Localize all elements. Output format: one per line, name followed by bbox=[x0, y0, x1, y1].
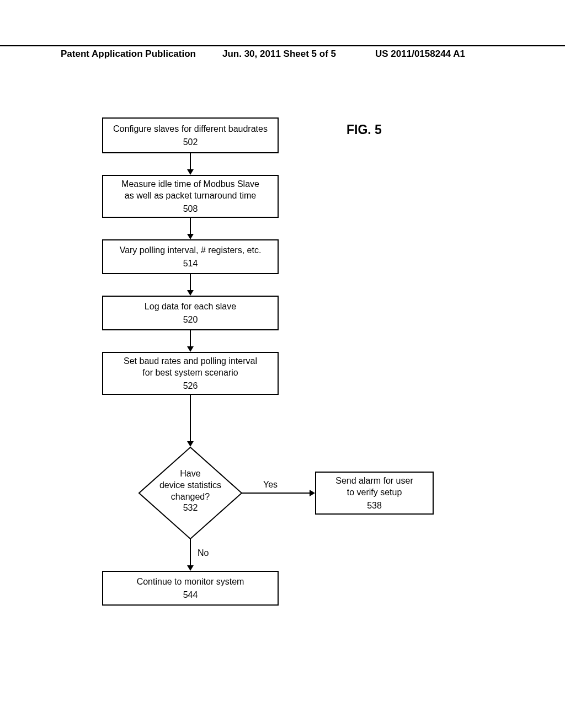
step-configure-baudrates: Configure slaves for different baudrates… bbox=[102, 117, 279, 153]
header-left: Patent Application Publication bbox=[61, 49, 196, 60]
decision-line2: device statistics bbox=[138, 480, 243, 491]
header-center: Jun. 30, 2011 Sheet 5 of 5 bbox=[222, 49, 336, 60]
decision-line3: changed? bbox=[138, 491, 243, 503]
step-text: Log data for each slave bbox=[109, 301, 272, 313]
figure-label: FIG. 5 bbox=[347, 122, 382, 137]
step-send-alarm: Send alarm for user to verify setup 538 bbox=[315, 472, 434, 515]
arrowhead-down-icon bbox=[187, 565, 194, 571]
step-text-line1: Set baud rates and polling interval bbox=[109, 355, 272, 367]
step-num: 526 bbox=[109, 380, 272, 392]
edge-label-yes: Yes bbox=[263, 480, 278, 490]
arrow bbox=[190, 539, 191, 566]
step-log-data: Log data for each slave 520 bbox=[102, 296, 279, 330]
step-set-baud-rates: Set baud rates and polling interval for … bbox=[102, 352, 279, 395]
arrowhead-down-icon bbox=[187, 234, 194, 239]
arrowhead-right-icon bbox=[310, 490, 315, 496]
step-num: 520 bbox=[109, 314, 272, 326]
step-num: 508 bbox=[109, 203, 272, 215]
arrow bbox=[242, 493, 311, 494]
step-text: Vary polling interval, # registers, etc. bbox=[109, 244, 272, 256]
arrowhead-down-icon bbox=[187, 169, 194, 175]
step-continue-monitor: Continue to monitor system 544 bbox=[102, 571, 279, 606]
step-text-line2: as well as packet turnaround time bbox=[109, 190, 272, 202]
step-num: 544 bbox=[109, 589, 272, 601]
step-num: 502 bbox=[109, 136, 272, 148]
step-text-line2: to verify setup bbox=[322, 486, 427, 499]
step-vary-polling: Vary polling interval, # registers, etc.… bbox=[102, 239, 279, 274]
arrowhead-down-icon bbox=[187, 290, 194, 296]
step-text: Continue to monitor system bbox=[109, 576, 272, 588]
edge-label-no: No bbox=[198, 548, 209, 558]
step-text-line1: Send alarm for user bbox=[322, 475, 427, 487]
arrow bbox=[190, 395, 191, 442]
decision-line1: Have bbox=[138, 468, 243, 480]
step-measure-idle-time: Measure idle time of Modbus Slave as wel… bbox=[102, 175, 279, 218]
header-right: US 2011/0158244 A1 bbox=[375, 49, 465, 60]
decision-num: 532 bbox=[138, 502, 243, 514]
arrow bbox=[190, 218, 191, 235]
step-text-line2: for best system scenario bbox=[109, 367, 272, 379]
arrow bbox=[190, 330, 191, 347]
step-num: 514 bbox=[109, 258, 272, 270]
step-text-line1: Measure idle time of Modbus Slave bbox=[109, 178, 272, 190]
header-rule bbox=[0, 45, 565, 46]
decision-stats-changed: Have device statistics changed? 532 bbox=[138, 446, 243, 540]
step-num: 538 bbox=[322, 500, 427, 512]
step-text: Configure slaves for different baudrates bbox=[109, 123, 272, 135]
arrowhead-down-icon bbox=[187, 346, 194, 352]
arrow bbox=[190, 274, 191, 291]
arrow bbox=[190, 153, 191, 170]
